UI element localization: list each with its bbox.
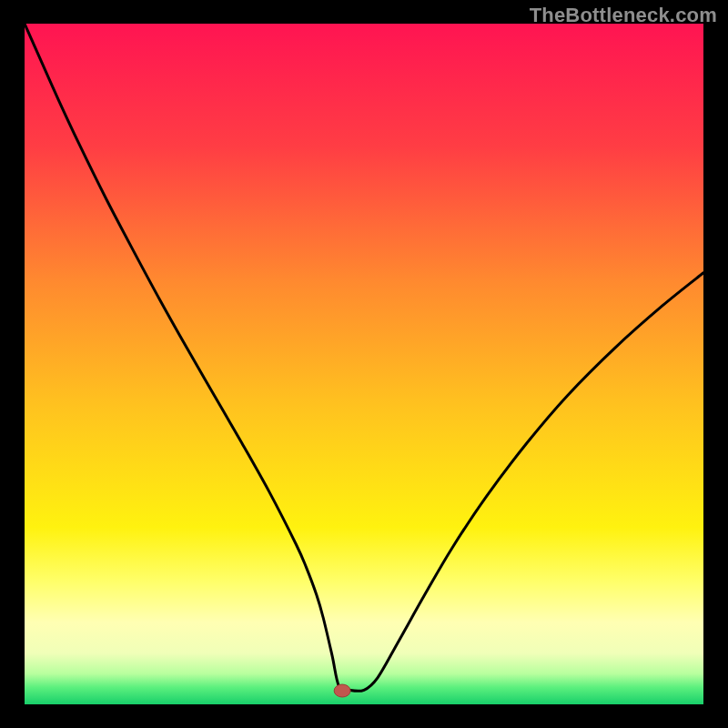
watermark-text: TheBottleneck.com xyxy=(530,4,717,27)
bottleneck-curve-chart xyxy=(25,24,703,704)
gradient-background xyxy=(25,24,703,704)
optimum-marker xyxy=(334,684,350,697)
